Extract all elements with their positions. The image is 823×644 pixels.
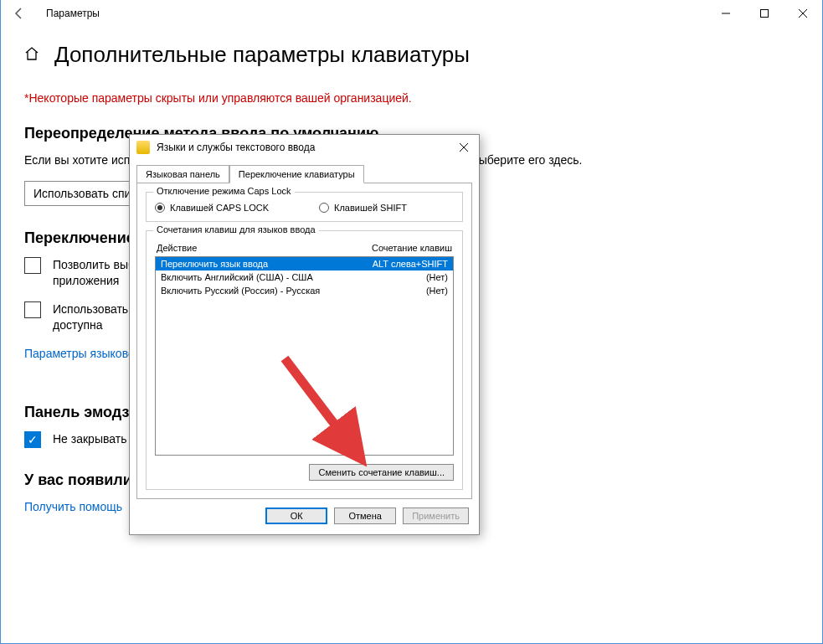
text-services-dialog: Языки и службы текстового ввода Языковая… [129,134,480,535]
radio-icon [319,203,329,213]
radio-icon [155,203,165,213]
page-header: Дополнительные параметры клавиатуры [24,42,799,68]
titlebar: Параметры [1,0,822,27]
tab-keyboard-switching[interactable]: Переключение клавиатуры [229,165,364,183]
dialog-titlebar: Языки и службы текстового ввода [130,135,479,160]
back-button[interactable] [8,2,31,25]
warning-text: *Некоторые параметры скрыты или управляю… [24,91,799,105]
list-row[interactable]: Переключить язык ввода ALT слева+SHIFT [156,257,453,270]
minimize-button[interactable] [707,0,745,27]
capslock-group-title: Отключение режима Caps Lock [153,186,295,196]
radio-capslock[interactable]: Клавишей CAPS LOCK [155,203,269,213]
maximize-button[interactable] [745,0,784,27]
dialog-icon [136,141,150,154]
dialog-buttons: ОК Отмена Применить [130,499,479,534]
dialog-close-button[interactable] [455,141,472,154]
hotkeys-group-title: Сочетания клавиш для языков ввода [153,224,319,234]
checkbox-2[interactable] [24,301,41,318]
close-button[interactable] [784,0,822,27]
capslock-groupbox: Отключение режима Caps Lock Клавишей CAP… [146,192,463,222]
tab-panel: Отключение режима Caps Lock Клавишей CAP… [136,183,472,499]
row-action: Включить Русский (Россия) - Русская [161,286,320,296]
tab-language-bar[interactable]: Языковая панель [136,165,229,183]
ok-button[interactable]: ОК [265,507,327,524]
hotkeys-groupbox: Сочетания клавиш для языков ввода Действ… [146,230,463,490]
emoji-checkbox[interactable]: ✓ [24,431,41,448]
hotkeys-listbox[interactable]: Переключить язык ввода ALT слева+SHIFT В… [155,256,454,456]
dialog-title: Языки и службы текстового ввода [157,142,315,153]
radio-shift[interactable]: Клавишей SHIFT [319,203,407,213]
row-action: Включить Английский (США) - США [161,272,313,282]
dialog-body: Языковая панель Переключение клавиатуры … [130,160,479,499]
window-controls [707,0,822,27]
list-row[interactable]: Включить Русский (Россия) - Русская (Нет… [156,284,453,297]
tabs: Языковая панель Переключение клавиатуры [136,165,472,183]
cancel-button[interactable]: Отмена [334,507,396,524]
change-hotkey-button[interactable]: Сменить сочетание клавиш... [309,464,454,481]
radio-capslock-label: Клавишей CAPS LOCK [170,203,269,213]
window-title: Параметры [46,8,100,19]
row-hotkey: (Нет) [426,272,448,282]
row-hotkey: ALT слева+SHIFT [373,259,448,269]
apply-button: Применить [403,507,469,524]
svg-rect-1 [761,10,769,18]
radio-shift-label: Клавишей SHIFT [334,203,407,213]
list-row[interactable]: Включить Английский (США) - США (Нет) [156,270,453,284]
page-title: Дополнительные параметры клавиатуры [54,42,470,68]
row-hotkey: (Нет) [426,286,448,296]
home-icon[interactable] [24,46,39,64]
checkbox-1[interactable] [24,257,41,274]
row-action: Переключить язык ввода [161,259,268,269]
col-hotkey: Сочетание клавиш [372,243,452,253]
list-headers: Действие Сочетание клавиш [155,240,454,256]
help-link[interactable]: Получить помощь [24,500,122,513]
col-action: Действие [157,243,197,253]
